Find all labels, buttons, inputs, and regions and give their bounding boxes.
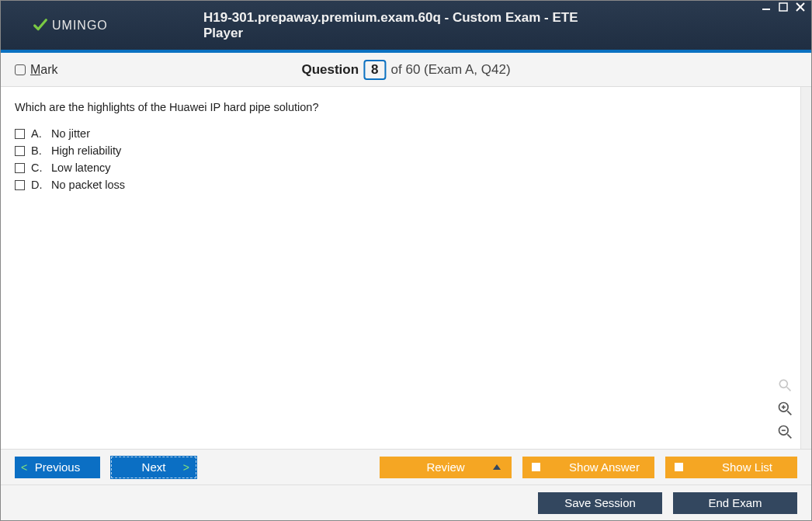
svg-line-11 <box>787 434 791 438</box>
nav-button-bar: < Previous Next > Review Show Answer Sho… <box>1 449 811 485</box>
save-session-button[interactable]: Save Session <box>538 492 662 514</box>
square-icon <box>532 463 540 471</box>
checkbox-icon <box>15 64 26 75</box>
option-text: Low latency <box>51 162 111 174</box>
option-text: High reliability <box>51 144 121 157</box>
minimize-button[interactable] <box>760 1 772 13</box>
option-a[interactable]: A. No jitter <box>15 127 797 140</box>
title-bar: UMINGO H19-301.prepaway.premium.exam.60q… <box>1 1 811 50</box>
button-label: Show List <box>697 460 797 474</box>
review-button[interactable]: Review <box>380 457 512 478</box>
brand-name: UMINGO <box>52 19 108 33</box>
scrollbar[interactable] <box>800 87 811 449</box>
close-button[interactable] <box>794 1 807 13</box>
zoom-in-icon[interactable] <box>776 399 794 418</box>
previous-button[interactable]: < Previous <box>15 457 100 478</box>
next-button[interactable]: Next > <box>111 457 196 478</box>
question-indicator: Question 8 of 60 (Exam A, Q42) <box>301 60 510 80</box>
option-letter: A. <box>31 127 45 140</box>
info-bar: Mark Question 8 of 60 (Exam A, Q42) <box>1 53 811 87</box>
checkbox-icon <box>15 180 25 190</box>
question-text: Which are the highlights of the Huawei I… <box>15 101 797 113</box>
session-button-bar: Save Session End Exam <box>1 485 811 520</box>
zoom-controls <box>776 376 794 441</box>
svg-line-5 <box>787 387 791 391</box>
checkmark-icon <box>32 17 49 34</box>
show-answer-button[interactable]: Show Answer <box>522 457 654 478</box>
square-icon <box>675 463 683 471</box>
button-label: Previous <box>35 460 80 474</box>
chevron-left-icon: < <box>21 461 27 474</box>
zoom-out-icon[interactable] <box>776 422 794 441</box>
brand-logo: UMINGO <box>32 17 108 34</box>
option-letter: D. <box>31 179 45 191</box>
checkbox-icon <box>15 163 25 173</box>
options-list: A. No jitter B. High reliability C. Low … <box>15 127 797 191</box>
svg-rect-1 <box>779 3 787 11</box>
window-controls <box>760 1 807 13</box>
checkbox-icon <box>15 129 25 139</box>
button-label: Review <box>426 460 464 474</box>
end-exam-button[interactable]: End Exam <box>673 492 797 514</box>
option-b[interactable]: B. High reliability <box>15 144 797 157</box>
option-text: No packet loss <box>51 179 125 191</box>
option-letter: B. <box>31 144 45 157</box>
question-content: Which are the highlights of the Huawei I… <box>1 87 811 449</box>
svg-point-4 <box>779 380 787 387</box>
show-list-button[interactable]: Show List <box>665 457 797 478</box>
maximize-button[interactable] <box>777 1 789 13</box>
window-title: H19-301.prepaway.premium.exam.60q - Cust… <box>203 10 609 41</box>
chevron-right-icon: > <box>183 461 189 474</box>
option-letter: C. <box>31 162 45 174</box>
svg-line-7 <box>787 411 791 415</box>
button-label: End Exam <box>708 496 762 509</box>
app-window: UMINGO H19-301.prepaway.premium.exam.60q… <box>0 0 812 521</box>
option-d[interactable]: D. No packet loss <box>15 179 797 191</box>
option-text: No jitter <box>51 127 90 140</box>
question-total: of 60 (Exam A, Q42) <box>391 62 511 78</box>
checkbox-icon <box>15 146 25 156</box>
question-number[interactable]: 8 <box>363 60 386 80</box>
button-label: Show Answer <box>554 460 654 474</box>
button-label: Next <box>142 460 166 474</box>
question-word: Question <box>301 62 359 78</box>
triangle-up-icon <box>493 464 501 470</box>
mark-toggle[interactable]: Mark <box>15 63 58 77</box>
option-c[interactable]: C. Low latency <box>15 162 797 174</box>
mark-label: Mark <box>30 63 58 77</box>
search-icon[interactable] <box>776 376 794 394</box>
button-label: Save Session <box>564 496 636 509</box>
